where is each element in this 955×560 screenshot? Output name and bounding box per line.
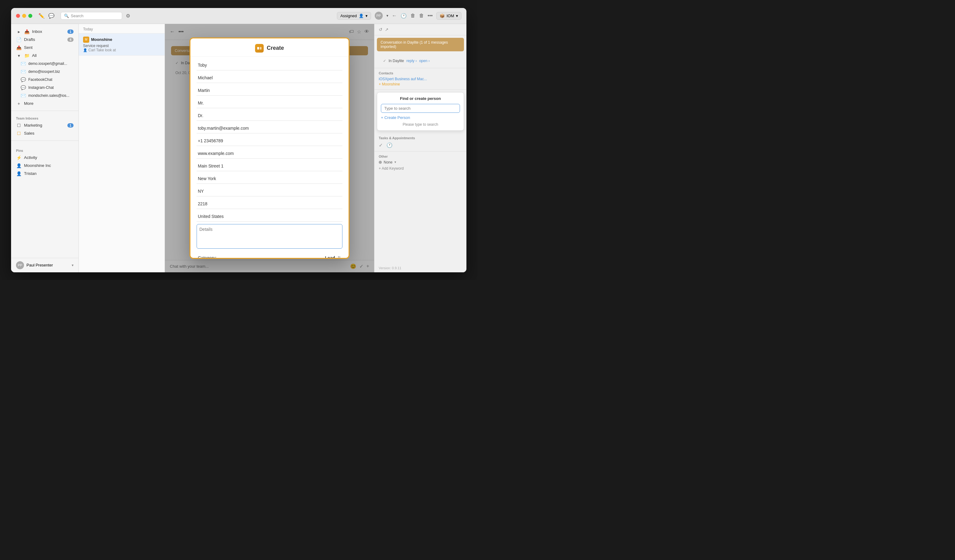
task-clock-icon[interactable]: 🕐 xyxy=(387,142,393,148)
app-window: ✏️ 💬 🔍 Search ⚙ Assigned 👤 ▾ PP ▾ ← 🕐 🗑 … xyxy=(11,8,467,272)
sender-name: Moonshine xyxy=(91,37,112,42)
title-bar: ✏️ 💬 🔍 Search ⚙ Assigned 👤 ▾ PP ▾ ← 🕐 🗑 … xyxy=(11,8,467,24)
address-input[interactable] xyxy=(197,161,343,171)
sidebar-item-tristan[interactable]: 👤 Tristan xyxy=(11,170,78,178)
first-name-input[interactable] xyxy=(197,60,343,70)
gmail-label: demo.iosxpert@gmail... xyxy=(28,61,74,66)
chat-icon[interactable]: 💬 xyxy=(48,13,55,19)
phone-input[interactable] xyxy=(197,136,343,146)
email-input[interactable] xyxy=(197,123,343,133)
filter-icon[interactable]: ⚙ xyxy=(126,13,130,19)
category-arrows-icon: ⇅ xyxy=(338,256,341,259)
sidebar-item-sent[interactable]: 📤 Sent xyxy=(11,44,78,51)
more-icon[interactable]: ••• xyxy=(427,13,433,19)
category-value: Lead xyxy=(325,256,335,259)
message-list: Today M Moonshine Service request 👤 Carl… xyxy=(79,24,165,272)
delete-icon[interactable]: 🗑 xyxy=(419,13,424,19)
plus-icon: + xyxy=(16,101,22,106)
search-bar[interactable]: 🔍 Search xyxy=(61,12,122,20)
open-link[interactable]: open › xyxy=(419,59,429,63)
suffix-input[interactable] xyxy=(197,111,343,121)
pins-section: Pins ⚡ Activity 👤 Moonshine Inc 👤 Trista… xyxy=(11,143,78,179)
suffix-field xyxy=(197,111,343,121)
contact-moonshine[interactable]: + Moonshine xyxy=(379,82,462,86)
archive-icon[interactable]: 🗑 xyxy=(410,13,415,19)
modal-overlay[interactable]: Create xyxy=(165,24,374,272)
sidebar-user[interactable]: PP Paul Presenter ▾ xyxy=(11,258,78,272)
iom-button[interactable]: 📦 IOM ▾ xyxy=(436,12,462,20)
email-field xyxy=(197,123,343,133)
task-check-icon[interactable]: ✓ xyxy=(379,142,383,148)
category-row[interactable]: Category: Lead ⇅ xyxy=(197,252,343,259)
mondschein-icon: ✉️ xyxy=(20,93,26,98)
marketing-label: Marketing xyxy=(24,123,65,128)
close-button[interactable] xyxy=(16,14,20,18)
state-input[interactable] xyxy=(197,186,343,197)
user-avatar[interactable]: PP xyxy=(375,12,383,20)
team-inboxes-label: Team Inboxes xyxy=(11,117,78,122)
sidebar-item-drafts[interactable]: 📄 Drafts 4 xyxy=(11,36,78,44)
website-input[interactable] xyxy=(197,148,343,159)
sidebar-item-facebook[interactable]: 💬 FacebookChat xyxy=(11,76,78,84)
message-subject: Service request xyxy=(83,44,160,48)
contact-1[interactable]: iOSXpert Business auf Mac... xyxy=(379,77,462,81)
details-textarea[interactable] xyxy=(197,224,343,249)
details-field xyxy=(197,224,343,250)
clock-icon[interactable]: 🕐 xyxy=(401,13,407,19)
country-input[interactable] xyxy=(197,211,343,222)
inbox-label: Inbox xyxy=(32,29,65,34)
title-input[interactable] xyxy=(197,98,343,108)
modal-logo-icon xyxy=(255,44,264,53)
sent-icon: 📤 xyxy=(16,45,22,50)
tasks-section: Tasks & Appointments ✓ 🕐 xyxy=(374,133,467,151)
inbox-badge: 1 xyxy=(67,30,74,34)
back-icon[interactable]: ← xyxy=(392,13,397,19)
last-name-input[interactable] xyxy=(197,73,343,83)
modal-body: Category: Lead ⇅ xyxy=(191,56,349,259)
biz-icon: ✉️ xyxy=(20,69,26,74)
sidebar-item-moonshine[interactable]: 👤 Moonshine Inc xyxy=(11,162,78,170)
sidebar-item-activity[interactable]: ⚡ Activity xyxy=(11,154,78,162)
add-keyword-btn[interactable]: + Add Keyword xyxy=(379,166,462,171)
refresh-icon[interactable]: ↺ xyxy=(379,27,382,32)
create-person-modal: Create xyxy=(189,37,349,259)
sidebar-item-more[interactable]: + More xyxy=(11,100,78,108)
sidebar-item-gmail[interactable]: ✉️ demo.iosxpert@gmail... xyxy=(11,59,78,68)
find-person-search-input[interactable] xyxy=(381,104,460,113)
sidebar-item-inbox[interactable]: ▸ 📥 Inbox 1 xyxy=(11,28,78,36)
external-icon[interactable]: ↗ xyxy=(385,27,388,32)
sidebar-item-marketing[interactable]: ☐ Marketing 1 xyxy=(11,122,78,129)
sidebar-item-instagram[interactable]: 💬 Instagram-Chat xyxy=(11,84,78,92)
moonshine-icon: 👤 xyxy=(16,163,22,168)
tasks-icons: ✓ 🕐 xyxy=(379,142,462,148)
company-input[interactable] xyxy=(197,86,343,95)
maximize-button[interactable] xyxy=(28,14,32,18)
user-chevron: ▾ xyxy=(72,263,74,267)
iom-icon: 📦 xyxy=(440,14,445,18)
city-input[interactable] xyxy=(197,174,343,184)
zip-input[interactable] xyxy=(197,199,343,209)
create-person-button[interactable]: + Create Person xyxy=(381,115,460,120)
main-panel: ← ••• 🏷 ☆ 👁 Conversation in Daylite (1 o… xyxy=(165,24,374,272)
main-content: ▸ 📥 Inbox 1 📄 Drafts 4 📤 Sent ▾ 📁 xyxy=(11,24,467,272)
carl-indicator: 👤 xyxy=(83,48,88,52)
sidebar-item-biz[interactable]: ✉️ demo@iosxpert.biz xyxy=(11,68,78,76)
sidebar-item-sales[interactable]: ☐ Sales xyxy=(11,129,78,137)
tristan-icon: 👤 xyxy=(16,171,22,176)
message-item-moonshine[interactable]: M Moonshine Service request 👤 Carl Take … xyxy=(79,33,164,56)
sidebar-item-mondschein[interactable]: ✉️ mondschein.sales@ios... xyxy=(11,92,78,100)
assigned-button[interactable]: Assigned 👤 ▾ xyxy=(337,12,371,20)
website-field xyxy=(197,148,343,159)
moonshine-sender-icon: M xyxy=(83,37,89,43)
sidebar-item-all[interactable]: ▾ 📁 All xyxy=(11,51,78,59)
version-text: Version: 0.9.11 xyxy=(374,264,467,272)
chevron-down-icon-2[interactable]: ▾ xyxy=(387,14,388,18)
edit-icon[interactable]: ✏️ xyxy=(38,13,45,19)
instagram-label: Instagram-Chat xyxy=(28,86,74,90)
all-icon: 📁 xyxy=(24,53,30,58)
reply-link[interactable]: reply › xyxy=(406,59,416,63)
user-avatar-sidebar: PP xyxy=(16,261,24,269)
minimize-button[interactable] xyxy=(22,14,26,18)
none-chevron[interactable]: ▾ xyxy=(395,160,396,164)
facebook-icon: 💬 xyxy=(20,77,26,82)
